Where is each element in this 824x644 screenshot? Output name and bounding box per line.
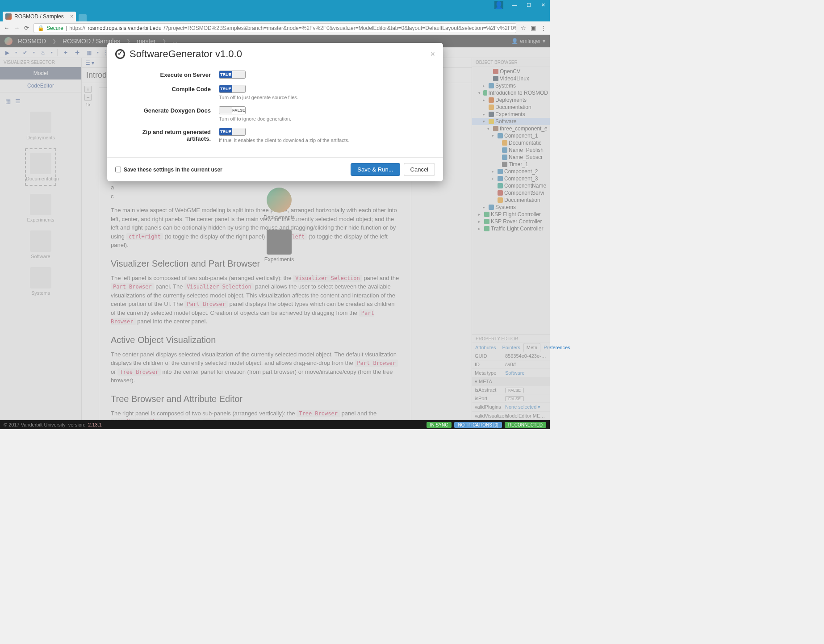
save-settings-checkbox[interactable]: Save these settings in the current user: [115, 167, 222, 173]
software-generator-dialog: SoftwareGenerator v1.0.0 × Execute on Se…: [107, 43, 443, 181]
save-settings-input[interactable]: [115, 167, 121, 172]
field-label: Zip and return generated artifacts.: [120, 128, 219, 142]
minimize-button[interactable]: —: [511, 2, 518, 8]
bookmark-icon[interactable]: ☆: [521, 25, 526, 31]
browser-tab[interactable]: ROSMOD / Samples ×: [3, 12, 76, 21]
connection-badge[interactable]: RECONNECTED: [505, 422, 546, 428]
copyright: © 2017 Vanderbilt University: [4, 422, 66, 427]
os-titlebar: 👤 — ☐ ✕: [0, 0, 550, 10]
dialog-close-icon[interactable]: ×: [430, 50, 435, 59]
maximize-button[interactable]: ☐: [526, 2, 532, 8]
toggle-switch[interactable]: TRUE: [219, 85, 246, 93]
close-window-button[interactable]: ✕: [540, 2, 546, 8]
browser-tabbar: ROSMOD / Samples ×: [0, 10, 550, 21]
url-input[interactable]: 🔒 Secure | https://rosmod.rcps.isis.vand…: [33, 23, 516, 33]
browser-menu-icon[interactable]: ⋮: [540, 25, 546, 31]
tab-title: ROSMOD / Samples: [14, 13, 64, 20]
extension-icon[interactable]: ▣: [531, 25, 536, 31]
forward-button[interactable]: →: [14, 25, 20, 31]
status-bar: © 2017 Vanderbilt University version: 2.…: [0, 420, 550, 429]
lock-icon: 🔒: [38, 25, 44, 31]
toggle-switch[interactable]: FALSE: [219, 106, 246, 114]
reload-button[interactable]: ⟳: [24, 25, 29, 31]
version-label: version:: [68, 422, 86, 427]
sync-badge[interactable]: IN SYNC: [427, 422, 452, 428]
dialog-title: SoftwareGenerator v1.0.0: [130, 48, 242, 60]
favicon: [5, 13, 12, 20]
back-button[interactable]: ←: [4, 25, 9, 31]
field-help: If true, it enables the client to downlo…: [219, 138, 431, 143]
notifications-badge[interactable]: NOTIFICATIONS [0]: [454, 422, 502, 428]
new-tab-button[interactable]: [79, 14, 87, 21]
field-label: Execute on Server: [120, 71, 219, 78]
secure-label: Secure: [46, 25, 63, 31]
field-label: Compile Code: [120, 85, 219, 92]
save-and-run-button[interactable]: Save & Run...: [351, 163, 400, 176]
version: 2.13.1: [88, 422, 102, 427]
tab-close-icon[interactable]: ×: [70, 13, 73, 20]
check-circle-icon: [115, 49, 125, 59]
browser-address-bar: ← → ⟳ 🔒 Secure | https://rosmod.rcps.isi…: [0, 21, 550, 35]
toggle-switch[interactable]: TRUE: [219, 128, 246, 136]
cancel-button[interactable]: Cancel: [404, 163, 435, 176]
field-help: Turn off to just generate source files.: [219, 95, 431, 100]
field-label: Generate Doxygen Docs: [120, 106, 219, 114]
toggle-switch[interactable]: TRUE: [219, 71, 246, 79]
field-help: Turn off to ignore doc generation.: [219, 116, 431, 121]
os-user-icon[interactable]: 👤: [494, 1, 503, 9]
